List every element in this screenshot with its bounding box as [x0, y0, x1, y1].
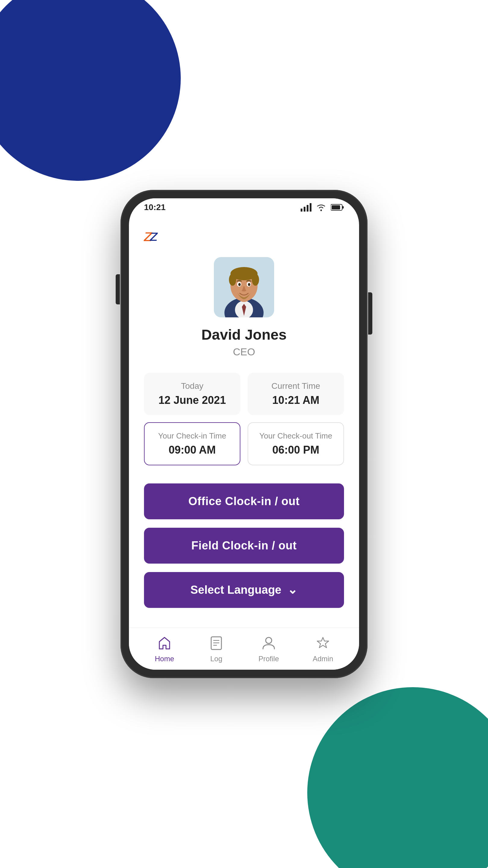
svg-rect-7 [332, 205, 340, 210]
chevron-down-icon: ⌄ [287, 583, 298, 596]
select-language-label: Select Language [190, 584, 281, 596]
checkout-label: Your Check-out Time [257, 431, 334, 441]
svg-rect-6 [342, 206, 344, 209]
wifi-icon [316, 203, 327, 212]
user-role: CEO [233, 346, 255, 358]
nav-home-label: Home [155, 655, 174, 663]
profile-section: David Jones CEO [144, 257, 344, 358]
app-logo: z z [144, 225, 344, 245]
datetime-row: Today 12 June 2021 Current Time 10:21 AM [144, 373, 344, 415]
current-time-value: 10:21 AM [257, 394, 335, 407]
profile-icon [260, 635, 277, 652]
admin-icon [315, 635, 331, 652]
checkin-card: Your Check-in Time 09:00 AM [144, 422, 240, 465]
nav-log[interactable]: Log [208, 635, 225, 663]
svg-point-19 [238, 283, 241, 286]
log-icon [208, 635, 225, 652]
today-value: 12 June 2021 [153, 394, 231, 407]
today-label: Today [153, 381, 231, 391]
checkin-label: Your Check-in Time [154, 431, 231, 441]
bg-blue-decoration [0, 0, 181, 181]
phone-body: 10:21 [121, 190, 367, 678]
nav-profile-label: Profile [258, 655, 279, 663]
avatar-container [214, 257, 274, 317]
bottom-nav: Home Log [129, 627, 359, 670]
checkin-value: 09:00 AM [154, 444, 231, 456]
checkout-card: Your Check-out Time 06:00 PM [248, 422, 344, 465]
checkout-value: 06:00 PM [257, 444, 334, 456]
office-clockin-button[interactable]: Office Clock-in / out [144, 484, 344, 519]
action-buttons: Office Clock-in / out Field Clock-in / o… [144, 484, 344, 608]
nav-log-label: Log [210, 655, 222, 663]
svg-rect-3 [310, 203, 312, 212]
nav-profile[interactable]: Profile [258, 635, 279, 663]
battery-icon [331, 204, 344, 211]
user-name: David Jones [201, 327, 287, 343]
bg-teal-decoration [307, 687, 488, 868]
signal-icon [301, 203, 312, 212]
svg-rect-1 [304, 207, 305, 212]
field-clockin-button[interactable]: Field Clock-in / out [144, 528, 344, 564]
svg-point-25 [266, 638, 272, 644]
today-card: Today 12 June 2021 [144, 373, 240, 415]
status-icons [301, 203, 344, 212]
svg-point-20 [248, 283, 250, 286]
svg-point-4 [321, 210, 322, 211]
phone-frame: 10:21 [121, 190, 367, 678]
home-icon [156, 635, 173, 652]
status-time: 10:21 [144, 203, 166, 212]
nav-admin[interactable]: Admin [313, 635, 333, 663]
checkinout-row: Your Check-in Time 09:00 AM Your Check-o… [144, 422, 344, 465]
select-language-button[interactable]: Select Language ⌄ [144, 572, 344, 608]
svg-point-16 [252, 274, 259, 286]
nav-home[interactable]: Home [155, 635, 174, 663]
svg-rect-0 [301, 209, 302, 212]
svg-point-15 [229, 274, 236, 286]
svg-rect-2 [307, 205, 308, 212]
logo-blue-z: z [150, 226, 158, 244]
status-bar: 10:21 [129, 198, 359, 216]
phone-screen: 10:21 [129, 198, 359, 670]
current-time-card: Current Time 10:21 AM [248, 373, 344, 415]
screen-content: z z [129, 216, 359, 627]
nav-admin-label: Admin [313, 655, 333, 663]
current-time-label: Current Time [257, 381, 335, 391]
avatar-image [214, 257, 274, 317]
